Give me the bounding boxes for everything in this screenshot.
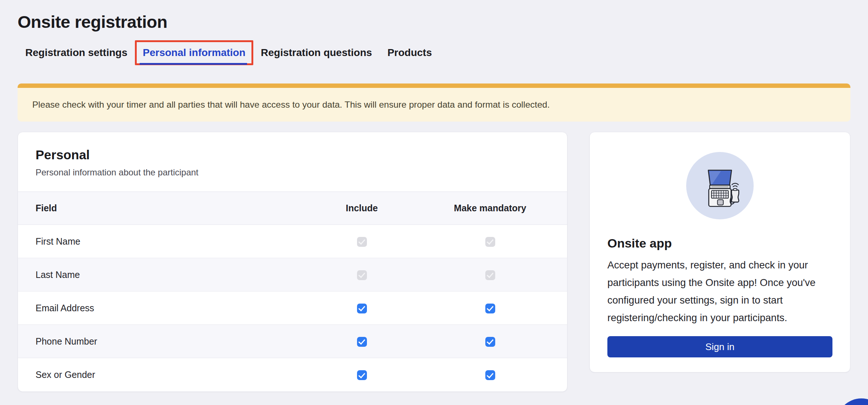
field-label: Sex or Gender xyxy=(18,358,310,391)
tab-label: Registration settings xyxy=(25,47,127,58)
personal-card-title: Personal xyxy=(36,148,549,162)
tab-products[interactable]: Products xyxy=(380,40,439,65)
question-mark-icon: ? xyxy=(854,404,868,405)
tab-personal-information[interactable]: Personal information xyxy=(135,40,253,65)
make-mandatory-checkbox[interactable] xyxy=(485,304,495,313)
field-label: Last Name xyxy=(18,258,310,291)
table-row: First Name xyxy=(18,225,567,258)
personal-fields-table: Field Include Make mandatory First Name … xyxy=(18,192,567,391)
tab-registration-questions[interactable]: Registration questions xyxy=(253,40,380,65)
include-checkbox[interactable] xyxy=(357,304,367,313)
tab-label: Registration questions xyxy=(261,47,372,58)
table-row: Phone Number xyxy=(18,325,567,358)
personal-card-header: Personal Personal information about the … xyxy=(18,132,567,192)
make-mandatory-checkbox[interactable] xyxy=(485,370,495,380)
field-label: Email Address xyxy=(18,291,310,325)
sign-in-button[interactable]: Sign in xyxy=(607,336,832,357)
include-checkbox[interactable] xyxy=(357,337,367,347)
table-row: Email Address xyxy=(18,291,567,325)
tab-registration-settings[interactable]: Registration settings xyxy=(18,40,135,65)
table-header-row: Field Include Make mandatory xyxy=(18,192,567,225)
field-label: First Name xyxy=(18,225,310,258)
page-title: Onsite registration xyxy=(18,11,850,33)
tab-label: Products xyxy=(387,47,432,58)
active-tab-underline xyxy=(140,63,247,65)
include-checkbox xyxy=(357,237,367,247)
warning-banner-text: Please check with your timer and all par… xyxy=(32,100,550,110)
column-header-make-mandatory: Make mandatory xyxy=(413,192,567,225)
table-row: Last Name xyxy=(18,258,567,291)
pos-terminal-card-reader-icon xyxy=(696,161,744,210)
warning-banner: Please check with your timer and all par… xyxy=(18,83,850,122)
make-mandatory-checkbox xyxy=(485,270,495,280)
tab-label: Personal information xyxy=(143,47,245,58)
make-mandatory-checkbox xyxy=(485,237,495,247)
field-label: Phone Number xyxy=(18,325,310,358)
onsite-registration-page: Onsite registration Registration setting… xyxy=(0,11,868,392)
personal-card-subtitle: Personal information about the participa… xyxy=(36,167,549,178)
help-fab[interactable]: ? xyxy=(836,398,868,405)
onsite-app-icon-circle xyxy=(686,152,754,219)
column-header-field: Field xyxy=(18,192,310,225)
table-row: Sex or Gender xyxy=(18,358,567,391)
tab-bar: Registration settings Personal informati… xyxy=(18,40,850,65)
make-mandatory-checkbox[interactable] xyxy=(485,337,495,347)
onsite-app-title: Onsite app xyxy=(607,236,832,250)
include-checkbox[interactable] xyxy=(357,370,367,380)
onsite-app-description: Accept payments, register, and check in … xyxy=(607,256,832,327)
column-header-include: Include xyxy=(310,192,413,225)
personal-card: Personal Personal information about the … xyxy=(18,132,567,392)
include-checkbox xyxy=(357,270,367,280)
content-area: Personal Personal information about the … xyxy=(18,132,850,392)
onsite-app-card: Onsite app Accept payments, register, an… xyxy=(589,132,850,372)
